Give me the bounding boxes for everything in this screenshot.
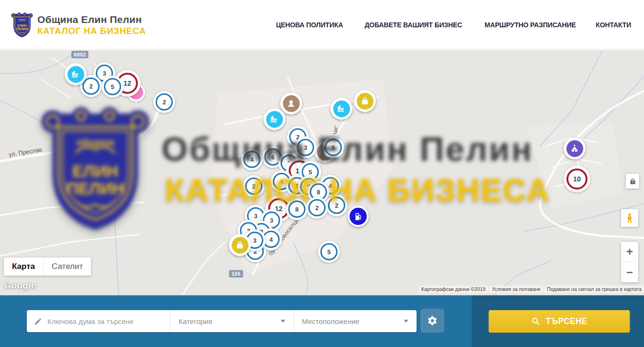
site-logo[interactable]: община ЕЛИН ПЕЛИН Община Елин Пелин КАТА… — [11, 12, 146, 38]
cluster-marker[interactable]: 8 — [286, 198, 308, 220]
nav-item-pricing[interactable]: ЦЕНОВА ПОЛИТИКА — [276, 21, 343, 29]
marker-layer: 123252235647135422748212283383243510 — [0, 50, 644, 295]
chevron-down-icon — [281, 320, 285, 323]
cluster-marker[interactable]: 10 — [564, 166, 590, 192]
map-type-switch: Карта Сателит — [4, 257, 91, 276]
nav-item-contacts[interactable]: КОНТАКТИ — [596, 21, 632, 29]
page: община ЕЛИН ПЕЛИН Община Елин Пелин КАТА… — [0, 0, 644, 347]
zoom-in-button[interactable]: + — [621, 242, 638, 262]
google-logo[interactable]: Google — [4, 280, 36, 291]
attribution-copyright: Картографски данни ©2019 — [419, 286, 488, 293]
lock-icon — [629, 178, 636, 185]
location-select-value: Местоположение — [302, 317, 360, 325]
search-bar: ТЪРСЕНЕ Категория Местоположение — [0, 295, 644, 347]
cluster-marker[interactable]: 5 — [322, 136, 344, 158]
attribution-report-link[interactable]: Подаване на сигнал за грешка в картата — [544, 286, 644, 293]
svg-text:ЕЛИН: ЕЛИН — [17, 24, 26, 27]
pencil-icon — [34, 317, 42, 325]
location-select[interactable]: Местоположение — [294, 310, 417, 332]
search-icon — [531, 317, 540, 326]
cluster-marker[interactable]: 3 — [294, 136, 316, 158]
factory-pin-marker[interactable] — [330, 98, 352, 120]
logo-site-line: КАТАЛОГ НА БИЗНЕСА — [37, 26, 146, 36]
bag-pin-marker[interactable] — [354, 90, 376, 112]
chevron-down-icon — [404, 320, 408, 323]
map-attribution: Картографски данни ©2019 Условия за полз… — [419, 286, 644, 293]
municipality-shield-icon: община ЕЛИН ПЕЛИН — [11, 12, 33, 38]
keyword-field — [27, 310, 170, 332]
scroll-lock-button[interactable] — [626, 174, 639, 189]
category-select-value: Категория — [179, 317, 212, 325]
map-canvas[interactable]: 6002 105 ул. Преслав бул. „Новоселци“ ци… — [0, 50, 644, 295]
search-button-label: ТЪРСЕНЕ — [546, 316, 588, 326]
attribution-terms-link[interactable]: Условия за ползване — [489, 286, 543, 293]
cluster-marker[interactable]: 2 — [306, 197, 328, 219]
nav-item-schedule[interactable]: МАРШРУТНО РАЗПИСАНИЕ — [485, 21, 576, 29]
cluster-marker[interactable]: 2 — [243, 175, 265, 197]
bag-pin-marker[interactable] — [229, 234, 251, 256]
map-type-satellite-button[interactable]: Сателит — [43, 257, 91, 276]
cluster-marker[interactable]: 5 — [318, 241, 340, 263]
cluster-marker[interactable]: 5 — [102, 76, 124, 98]
keyword-input[interactable] — [47, 317, 163, 325]
cluster-marker[interactable]: 2 — [153, 91, 175, 113]
search-fields-group: Категория Местоположение — [27, 310, 417, 332]
street-view-pegman-button[interactable] — [621, 209, 638, 227]
fuel-pin-marker[interactable] — [347, 205, 369, 227]
search-button[interactable]: ТЪРСЕНЕ — [489, 310, 630, 333]
map-type-map-button[interactable]: Карта — [4, 257, 43, 276]
factory-pin-marker[interactable] — [263, 108, 285, 130]
gear-icon — [427, 315, 438, 326]
cluster-marker[interactable]: 2 — [326, 194, 348, 216]
search-bar-right-panel: ТЪРСЕНЕ — [472, 295, 644, 347]
zoom-control: + − — [621, 242, 638, 282]
logo-text: Община Елин Пелин КАТАЛОГ НА БИЗНЕСА — [37, 14, 146, 36]
svg-text:община: община — [18, 18, 26, 21]
category-select[interactable]: Категория — [170, 310, 294, 332]
svg-text:ПЕЛИН: ПЕЛИН — [16, 27, 28, 31]
cluster-marker[interactable]: 4 — [241, 148, 263, 170]
zoom-out-button[interactable]: − — [621, 262, 638, 282]
main-nav: ЦЕНОВА ПОЛИТИКА ДОБАВЕТЕ ВАШИЯТ БИЗНЕС М… — [274, 0, 633, 49]
advanced-search-button[interactable] — [420, 309, 444, 333]
pegman-icon — [624, 213, 635, 224]
header: община ЕЛИН ПЕЛИН Община Елин Пелин КАТА… — [0, 0, 644, 50]
logo-org-line: Община Елин Пелин — [37, 14, 146, 25]
church-pin-marker[interactable] — [564, 137, 586, 159]
nav-item-add-business[interactable]: ДОБАВЕТЕ ВАШИЯТ БИЗНЕС — [364, 21, 462, 29]
factory-pin-marker[interactable] — [65, 63, 87, 85]
